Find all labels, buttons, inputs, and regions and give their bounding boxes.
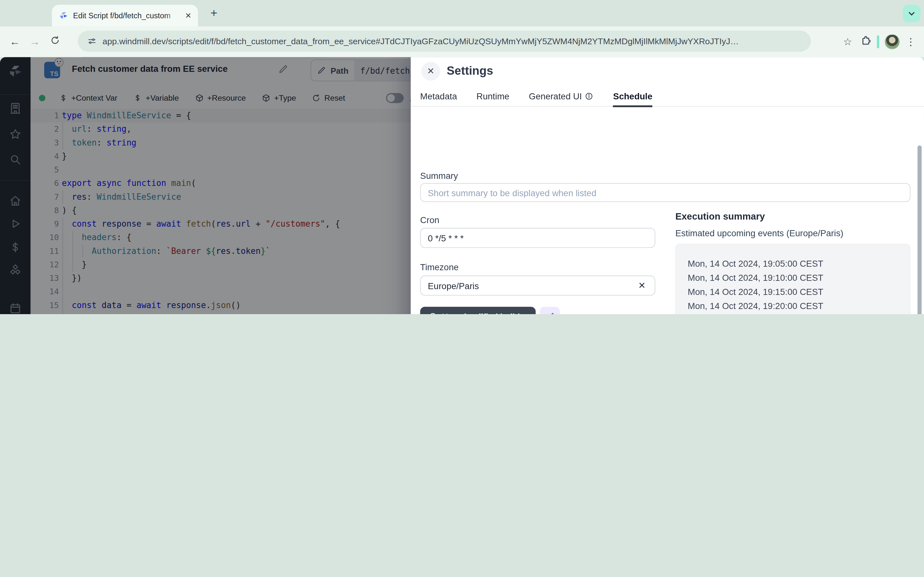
browser-menu-icon[interactable]: ⋮ bbox=[906, 35, 916, 48]
tab-search-chevron-button[interactable] bbox=[903, 5, 921, 23]
back-button[interactable]: ← bbox=[5, 35, 25, 48]
summary-label: Summary bbox=[420, 171, 458, 181]
screen: Edit Script f/bd/fetch_custom ✕ + ← → ap… bbox=[0, 0, 924, 314]
browser-toolbar: ← → app.windmill.dev/scripts/edit/f/bd/f… bbox=[0, 27, 924, 57]
summary-input[interactable] bbox=[420, 183, 911, 202]
schedule-tab-panel: Summary Cron Timezone ✕ Use simplified b… bbox=[411, 106, 924, 314]
execution-summary-subheading: Estimated upcoming events (Europe/Paris) bbox=[675, 228, 843, 238]
clock-icon bbox=[428, 312, 437, 314]
timezone-label: Timezone bbox=[420, 262, 459, 272]
forward-button[interactable]: → bbox=[25, 35, 45, 48]
profile-separator bbox=[877, 35, 879, 48]
execution-event: Mon, 14 Oct 2024, 19:20:00 CEST bbox=[688, 299, 909, 313]
tab-title-fade bbox=[165, 9, 180, 22]
reload-button[interactable] bbox=[45, 35, 65, 48]
browser-tab[interactable]: Edit Script f/bd/fetch_custom ✕ bbox=[52, 5, 198, 27]
new-tab-button[interactable]: + bbox=[206, 5, 222, 21]
extensions-icon[interactable] bbox=[861, 35, 872, 48]
toolbar-right: ☆ ⋮ bbox=[843, 27, 924, 57]
tab-runtime[interactable]: Runtime bbox=[477, 85, 509, 106]
url-text: app.windmill.dev/scripts/edit/f/bd/fetch… bbox=[103, 37, 801, 46]
tab-generated-ui[interactable]: Generated UI bbox=[529, 85, 594, 106]
cron-label: Cron bbox=[420, 215, 439, 225]
tab-metadata[interactable]: Metadata bbox=[420, 85, 457, 106]
windmill-favicon-icon bbox=[59, 11, 68, 20]
chevron-down-icon bbox=[907, 9, 916, 18]
drawer-scrollbar[interactable] bbox=[918, 145, 922, 314]
upcoming-events-box: Mon, 14 Oct 2024, 19:05:00 CESTMon, 14 O… bbox=[675, 243, 911, 314]
browser-tab-strip: Edit Script f/bd/fetch_custom ✕ + bbox=[0, 0, 924, 27]
page-content: TS Fetch customer data from EE service P… bbox=[0, 57, 924, 314]
site-settings-icon[interactable] bbox=[87, 37, 97, 46]
execution-event: Mon, 14 Oct 2024, 19:05:00 CEST bbox=[688, 257, 909, 271]
close-settings-button[interactable]: ✕ bbox=[421, 62, 440, 81]
clear-timezone-icon[interactable]: ✕ bbox=[638, 280, 646, 291]
ai-wand-button[interactable] bbox=[540, 307, 559, 314]
close-tab-icon[interactable]: ✕ bbox=[185, 11, 192, 20]
settings-tabs: MetadataRuntimeGenerated UISchedule bbox=[411, 86, 924, 106]
execution-summary-heading: Execution summary bbox=[675, 211, 765, 222]
settings-drawer: ✕ Settings MetadataRuntimeGenerated UISc… bbox=[411, 57, 924, 314]
settings-title: Settings bbox=[447, 64, 493, 77]
url-bar[interactable]: app.windmill.dev/scripts/edit/f/bd/fetch… bbox=[78, 31, 811, 52]
execution-event: Mon, 14 Oct 2024, 19:10:00 CEST bbox=[688, 271, 909, 285]
execution-event: Mon, 14 Oct 2024, 19:15:00 CEST bbox=[688, 285, 909, 299]
execution-event: Mon, 14 Oct 2024, 19:25:00 CEST bbox=[688, 313, 909, 314]
avatar[interactable] bbox=[885, 34, 900, 50]
info-icon bbox=[585, 92, 594, 101]
tab-schedule[interactable]: Schedule bbox=[613, 85, 652, 106]
timezone-input[interactable] bbox=[420, 276, 656, 295]
bookmark-icon[interactable]: ☆ bbox=[843, 35, 852, 48]
magic-wand-icon bbox=[545, 312, 554, 314]
cron-input[interactable] bbox=[420, 228, 656, 248]
use-simplified-builder-button[interactable]: Use simplified builder bbox=[420, 307, 536, 314]
